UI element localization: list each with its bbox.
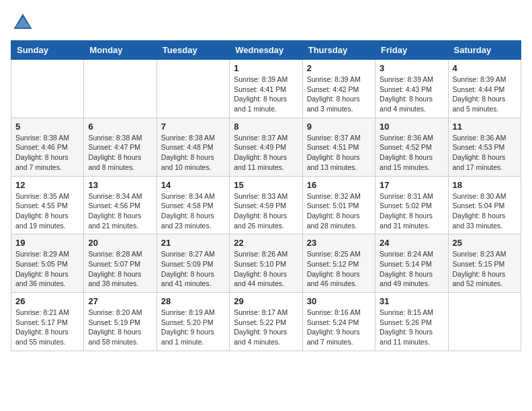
calendar-cell: 14Sunrise: 8:34 AM Sunset: 4:58 PM Dayli… — [157, 176, 229, 234]
calendar-table: Sunday Monday Tuesday Wednesday Thursday… — [11, 40, 521, 351]
day-info: Sunrise: 8:28 AM Sunset: 5:07 PM Dayligh… — [88, 249, 152, 289]
day-info: Sunrise: 8:38 AM Sunset: 4:48 PM Dayligh… — [161, 133, 225, 173]
calendar-cell: 21Sunrise: 8:27 AM Sunset: 5:09 PM Dayli… — [157, 234, 229, 293]
calendar-cell: 28Sunrise: 8:19 AM Sunset: 5:20 PM Dayli… — [157, 293, 229, 351]
col-sunday: Sunday — [11, 41, 84, 60]
day-number: 24 — [380, 238, 443, 248]
day-info: Sunrise: 8:39 AM Sunset: 4:41 PM Dayligh… — [234, 75, 298, 114]
day-info: Sunrise: 8:29 AM Sunset: 5:05 PM Dayligh… — [15, 249, 79, 289]
day-info: Sunrise: 8:39 AM Sunset: 4:44 PM Dayligh… — [453, 75, 517, 114]
col-monday: Monday — [84, 41, 157, 60]
day-number: 23 — [307, 238, 371, 248]
day-info: Sunrise: 8:39 AM Sunset: 4:42 PM Dayligh… — [307, 75, 371, 114]
col-saturday: Saturday — [448, 41, 521, 60]
calendar-cell: 24Sunrise: 8:24 AM Sunset: 5:14 PM Dayli… — [375, 234, 448, 293]
calendar-cell — [84, 60, 157, 118]
col-wednesday: Wednesday — [230, 41, 302, 60]
calendar-cell: 22Sunrise: 8:26 AM Sunset: 5:10 PM Dayli… — [230, 234, 302, 293]
day-number: 3 — [380, 63, 443, 73]
day-info: Sunrise: 8:26 AM Sunset: 5:10 PM Dayligh… — [234, 249, 298, 289]
day-info: Sunrise: 8:21 AM Sunset: 5:17 PM Dayligh… — [15, 308, 79, 347]
day-number: 5 — [15, 122, 79, 132]
day-info: Sunrise: 8:39 AM Sunset: 4:43 PM Dayligh… — [380, 75, 443, 114]
calendar-cell: 16Sunrise: 8:32 AM Sunset: 5:01 PM Dayli… — [302, 176, 375, 234]
calendar-cell: 27Sunrise: 8:20 AM Sunset: 5:19 PM Dayli… — [84, 293, 157, 351]
day-info: Sunrise: 8:38 AM Sunset: 4:46 PM Dayligh… — [15, 133, 79, 173]
day-info: Sunrise: 8:23 AM Sunset: 5:15 PM Dayligh… — [453, 249, 517, 289]
calendar-week-1: 1Sunrise: 8:39 AM Sunset: 4:41 PM Daylig… — [11, 60, 521, 118]
calendar-cell: 4Sunrise: 8:39 AM Sunset: 4:44 PM Daylig… — [448, 60, 521, 118]
calendar-cell: 15Sunrise: 8:33 AM Sunset: 4:59 PM Dayli… — [230, 176, 302, 234]
day-number: 25 — [453, 238, 517, 248]
day-info: Sunrise: 8:19 AM Sunset: 5:20 PM Dayligh… — [161, 308, 225, 347]
calendar-cell: 1Sunrise: 8:39 AM Sunset: 4:41 PM Daylig… — [230, 60, 302, 118]
day-number: 28 — [161, 296, 225, 306]
calendar-cell: 12Sunrise: 8:35 AM Sunset: 4:55 PM Dayli… — [11, 176, 84, 234]
calendar-cell: 25Sunrise: 8:23 AM Sunset: 5:15 PM Dayli… — [448, 234, 521, 293]
day-info: Sunrise: 8:15 AM Sunset: 5:26 PM Dayligh… — [380, 308, 443, 347]
day-info: Sunrise: 8:30 AM Sunset: 5:04 PM Dayligh… — [453, 191, 517, 231]
calendar-cell: 7Sunrise: 8:38 AM Sunset: 4:48 PM Daylig… — [157, 118, 229, 176]
logo — [11, 11, 38, 35]
page-header — [11, 11, 521, 35]
day-number: 17 — [380, 180, 443, 190]
day-number: 20 — [88, 238, 152, 248]
calendar-week-3: 12Sunrise: 8:35 AM Sunset: 4:55 PM Dayli… — [11, 176, 521, 234]
calendar-week-2: 5Sunrise: 8:38 AM Sunset: 4:46 PM Daylig… — [11, 118, 521, 176]
calendar-week-5: 26Sunrise: 8:21 AM Sunset: 5:17 PM Dayli… — [11, 293, 521, 351]
day-number: 27 — [88, 296, 152, 306]
day-info: Sunrise: 8:20 AM Sunset: 5:19 PM Dayligh… — [88, 308, 152, 347]
day-info: Sunrise: 8:24 AM Sunset: 5:14 PM Dayligh… — [380, 249, 443, 289]
calendar-cell — [157, 60, 229, 118]
day-number: 30 — [307, 296, 371, 306]
calendar-cell: 10Sunrise: 8:36 AM Sunset: 4:52 PM Dayli… — [375, 118, 448, 176]
calendar-cell: 8Sunrise: 8:37 AM Sunset: 4:49 PM Daylig… — [230, 118, 302, 176]
calendar-body: 1Sunrise: 8:39 AM Sunset: 4:41 PM Daylig… — [11, 60, 521, 351]
day-info: Sunrise: 8:36 AM Sunset: 4:53 PM Dayligh… — [453, 133, 517, 173]
logo-icon — [11, 11, 35, 35]
header-row: Sunday Monday Tuesday Wednesday Thursday… — [11, 41, 521, 60]
day-info: Sunrise: 8:35 AM Sunset: 4:55 PM Dayligh… — [15, 191, 79, 231]
calendar-cell — [11, 60, 84, 118]
calendar-cell: 30Sunrise: 8:16 AM Sunset: 5:24 PM Dayli… — [302, 293, 375, 351]
day-info: Sunrise: 8:38 AM Sunset: 4:47 PM Dayligh… — [88, 133, 152, 173]
calendar-cell: 31Sunrise: 8:15 AM Sunset: 5:26 PM Dayli… — [375, 293, 448, 351]
day-info: Sunrise: 8:25 AM Sunset: 5:12 PM Dayligh… — [307, 249, 371, 289]
col-tuesday: Tuesday — [157, 41, 229, 60]
calendar-week-4: 19Sunrise: 8:29 AM Sunset: 5:05 PM Dayli… — [11, 234, 521, 293]
day-number: 10 — [380, 122, 443, 132]
day-number: 26 — [15, 296, 79, 306]
calendar-cell: 5Sunrise: 8:38 AM Sunset: 4:46 PM Daylig… — [11, 118, 84, 176]
calendar-cell: 13Sunrise: 8:34 AM Sunset: 4:56 PM Dayli… — [84, 176, 157, 234]
day-number: 31 — [380, 296, 443, 306]
day-number: 11 — [453, 122, 517, 132]
day-info: Sunrise: 8:16 AM Sunset: 5:24 PM Dayligh… — [307, 308, 371, 347]
day-number: 19 — [15, 238, 79, 248]
day-number: 18 — [453, 180, 517, 190]
day-info: Sunrise: 8:37 AM Sunset: 4:51 PM Dayligh… — [307, 133, 371, 173]
calendar-cell: 20Sunrise: 8:28 AM Sunset: 5:07 PM Dayli… — [84, 234, 157, 293]
calendar-cell: 3Sunrise: 8:39 AM Sunset: 4:43 PM Daylig… — [375, 60, 448, 118]
day-number: 15 — [234, 180, 298, 190]
day-number: 21 — [161, 238, 225, 248]
calendar-cell: 11Sunrise: 8:36 AM Sunset: 4:53 PM Dayli… — [448, 118, 521, 176]
day-info: Sunrise: 8:37 AM Sunset: 4:49 PM Dayligh… — [234, 133, 298, 173]
calendar-cell: 6Sunrise: 8:38 AM Sunset: 4:47 PM Daylig… — [84, 118, 157, 176]
day-number: 8 — [234, 122, 298, 132]
calendar-cell — [448, 293, 521, 351]
day-number: 4 — [453, 63, 517, 73]
day-number: 12 — [15, 180, 79, 190]
day-info: Sunrise: 8:33 AM Sunset: 4:59 PM Dayligh… — [234, 191, 298, 231]
calendar-header: Sunday Monday Tuesday Wednesday Thursday… — [11, 41, 521, 60]
day-number: 9 — [307, 122, 371, 132]
day-number: 16 — [307, 180, 371, 190]
day-number: 7 — [161, 122, 225, 132]
calendar-cell: 18Sunrise: 8:30 AM Sunset: 5:04 PM Dayli… — [448, 176, 521, 234]
day-info: Sunrise: 8:32 AM Sunset: 5:01 PM Dayligh… — [307, 191, 371, 231]
day-number: 2 — [307, 63, 371, 73]
day-info: Sunrise: 8:34 AM Sunset: 4:58 PM Dayligh… — [161, 191, 225, 231]
calendar-cell: 26Sunrise: 8:21 AM Sunset: 5:17 PM Dayli… — [11, 293, 84, 351]
day-number: 6 — [88, 122, 152, 132]
calendar-cell: 19Sunrise: 8:29 AM Sunset: 5:05 PM Dayli… — [11, 234, 84, 293]
day-number: 14 — [161, 180, 225, 190]
